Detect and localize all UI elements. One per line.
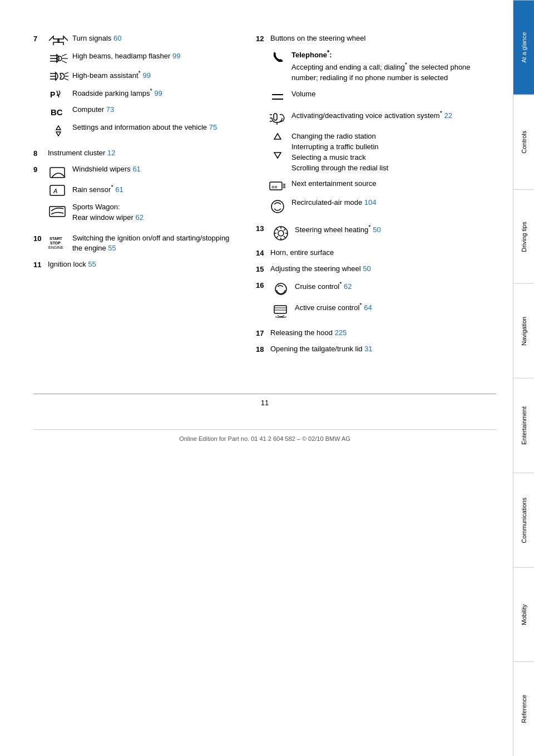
item-11-number: 11 — [33, 259, 44, 269]
steering-wheel-adjust-label: Adjusting the steering wheel 50 — [270, 264, 496, 274]
steering-wheel-buttons-label: Buttons on the steering wheel — [270, 33, 496, 44]
cruise-control-icon — [270, 280, 291, 297]
item-8-number: 8 — [33, 148, 44, 158]
item-12-number: 12 — [256, 33, 267, 43]
svg-marker-36 — [274, 153, 281, 158]
high-beams-icon — [48, 51, 69, 65]
item-10-number: 10 — [33, 233, 44, 243]
releasing-hood-label: Releasing the hood 225 — [270, 328, 496, 338]
svg-point-3 — [57, 56, 62, 61]
svg-marker-20 — [56, 132, 61, 136]
instrument-cluster-page: 12 — [107, 149, 115, 157]
steering-wheel-heating-icon — [270, 223, 291, 242]
entertainment-source-icon: ≡≡ — [267, 179, 288, 192]
page-number: 11 — [33, 399, 496, 407]
volume-icon — [267, 89, 288, 104]
item-16-number: 16 — [256, 280, 267, 289]
telephone-icon — [267, 48, 288, 65]
releasing-hood-page: 225 — [335, 328, 347, 337]
parking-lamps-label: Roadside parking lamps* 99 — [72, 87, 239, 99]
high-beam-assistant-icon — [48, 69, 69, 82]
sidebar-tab-at-a-glance[interactable]: At a glance — [513, 0, 534, 95]
windshield-wipers-icon — [48, 164, 69, 179]
svg-text:STOP: STOP — [50, 241, 61, 245]
item-9-number: 9 — [33, 164, 44, 174]
svg-line-51 — [276, 229, 278, 230]
opening-tailgate-label: Opening the tailgate/trunk lid 31 — [270, 344, 496, 355]
voice-activation-page: 22 — [444, 111, 452, 120]
windshield-wipers-label: Windshield wipers 61 — [72, 164, 239, 175]
svg-line-49 — [276, 236, 278, 238]
opening-tailgate-page: 31 — [364, 345, 372, 353]
svg-line-16 — [59, 93, 60, 95]
svg-rect-33 — [274, 114, 277, 120]
computer-label: Computer 73 — [72, 105, 239, 115]
radio-station-label: Changing the radio station Interrupting … — [291, 131, 496, 173]
high-beam-assistant-page: 99 — [142, 71, 150, 80]
recirculated-air-icon — [267, 198, 288, 214]
svg-line-14 — [57, 91, 59, 97]
ignition-on-label: Switching the ignition on/off and starti… — [72, 233, 239, 254]
item-13-number: 13 — [256, 223, 267, 233]
sidebar-tab-communications[interactable]: Communications — [513, 473, 534, 567]
recirculated-air-page: 104 — [364, 198, 377, 207]
svg-text:START: START — [50, 237, 63, 240]
chapter-sidebar: At a glance Controls Driving tips Naviga… — [513, 0, 534, 756]
horn-label: Horn, entire surface — [270, 248, 496, 258]
sidebar-tab-navigation[interactable]: Navigation — [513, 283, 534, 378]
cruise-control-page: 62 — [344, 282, 352, 291]
turn-signals-icon — [48, 33, 69, 47]
sidebar-tab-driving-tips[interactable]: Driving tips — [513, 189, 534, 284]
settings-icon — [48, 122, 69, 138]
svg-text:P: P — [50, 90, 55, 99]
item-18-number: 18 — [256, 344, 267, 354]
svg-marker-19 — [56, 126, 61, 130]
steering-wheel-heating-page: 50 — [373, 226, 380, 234]
ignition-lock-page: 55 — [88, 260, 96, 268]
sidebar-tab-controls[interactable]: Controls — [513, 95, 534, 189]
voice-activation-label: Activating/deactivating voice activation… — [291, 109, 496, 121]
rain-sensor-page: 61 — [115, 185, 123, 194]
svg-line-46 — [284, 229, 285, 230]
page-footer: Online Edition for Part no. 01 41 2 604 … — [33, 429, 496, 442]
turn-signals-label: Turn signals 60 — [72, 33, 239, 44]
svg-line-12 — [65, 78, 68, 80]
parking-lamps-page: 99 — [154, 89, 162, 97]
svg-line-4 — [62, 54, 67, 56]
instrument-cluster-label: Instrument cluster 12 — [48, 148, 239, 159]
item-15-number: 15 — [256, 264, 267, 273]
rain-sensor-label: Rain sensor* 61 — [72, 183, 239, 195]
svg-text:BC: BC — [51, 107, 63, 117]
svg-marker-35 — [274, 134, 281, 139]
telephone-label: Telephone*: Accepting and ending a call;… — [291, 48, 496, 84]
svg-line-6 — [62, 61, 67, 63]
start-stop-icon: START STOP ENGINE — [48, 233, 69, 252]
sidebar-tab-entertainment[interactable]: Entertainment — [513, 378, 534, 473]
svg-point-53 — [275, 283, 286, 294]
computer-icon: BC — [48, 105, 69, 118]
item-14-number: 14 — [256, 248, 267, 257]
sports-wagon-label: Sports Wagon:Rear window wiper 62 — [72, 202, 239, 223]
item-7-number: 7 — [33, 33, 44, 43]
svg-line-52 — [284, 236, 285, 238]
high-beams-page: 99 — [172, 52, 180, 60]
cruise-control-label: Cruise control* 62 — [295, 280, 496, 292]
volume-label: Volume — [291, 89, 496, 100]
settings-label: Settings and information about the vehic… — [72, 122, 239, 133]
sidebar-tab-reference[interactable]: Reference — [513, 661, 534, 756]
sports-wagon-page: 62 — [135, 213, 143, 222]
high-beams-label: High beams, headlamp flasher 99 — [72, 51, 239, 62]
sidebar-tab-mobility[interactable]: Mobility — [513, 567, 534, 662]
svg-text:ENGINE: ENGINE — [48, 246, 63, 249]
next-entertainment-label: Next entertainment source — [291, 179, 496, 189]
rain-sensor-icon: A — [48, 183, 69, 198]
active-cruise-control-page: 64 — [364, 303, 372, 312]
settings-page: 75 — [209, 123, 217, 131]
svg-line-10 — [65, 72, 68, 74]
item-17-number: 17 — [256, 328, 267, 337]
high-beam-assistant-label: High-beam assistant* 99 — [72, 69, 239, 81]
ignition-on-page: 55 — [108, 244, 116, 252]
svg-point-44 — [278, 230, 284, 236]
ignition-lock-label: Ignition lock 55 — [48, 259, 239, 270]
sports-wagon-icon — [48, 202, 69, 220]
